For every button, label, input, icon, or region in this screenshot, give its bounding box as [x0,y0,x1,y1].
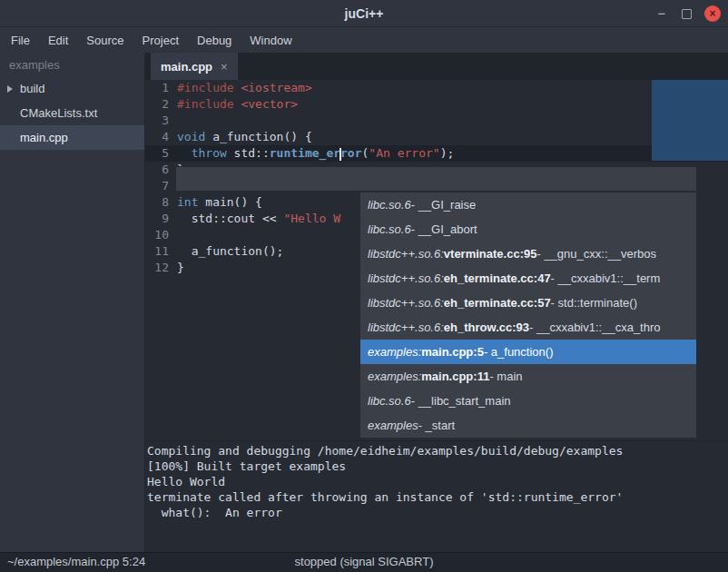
signature-tooltip [175,166,697,192]
file-explorer-sidebar: examples buildCMakeLists.txtmain.cpp [0,53,145,552]
line-number: 1 [145,80,177,96]
chevron-right-icon [7,85,13,93]
stack-frame-row[interactable]: examples - _start [360,413,696,438]
menu-item-debug[interactable]: Debug [188,31,241,50]
menu-item-file[interactable]: File [2,31,39,50]
juci-window: juCi++ − × FileEditSourceProjectDebugWin… [0,0,728,572]
line-number: 6 [145,162,177,178]
menubar: FileEditSourceProjectDebugWindow [0,27,728,53]
line-number: 11 [145,243,177,260]
restore-icon[interactable] [682,9,692,19]
tree-item-label: build [20,82,44,95]
tree-item-label: main.cpp [20,131,68,144]
menu-item-source[interactable]: Source [77,31,133,50]
doc-tooltip-panel [652,80,728,161]
line-number: 4 [145,129,177,145]
file-tree: buildCMakeLists.txtmain.cpp [0,76,144,150]
window-title: juCi++ [345,6,384,21]
stack-frame-row[interactable]: libc.so.6 - __GI_abort [360,217,696,242]
stack-frame-row[interactable]: libc.so.6 - __libc_start_main [360,389,696,413]
code-text: std::cout << "Hello W [177,211,340,227]
line-number: 8 [145,194,177,211]
tabbar: main.cpp × [145,53,728,80]
stack-trace-popup: libc.so.6 - __GI_raiselibc.so.6 - __GI_a… [359,192,697,439]
editor-pane: main.cpp × 1#include <iostream>2#include… [145,53,728,552]
tab-main-cpp[interactable]: main.cpp × [151,53,238,80]
code-line-4: 4void a_function() { [145,129,728,145]
code-line-2: 2#include <vector> [145,96,728,113]
stack-frame-row[interactable]: libstdc++.so.6:eh_throw.cc:93 - __cxxabi… [360,315,696,340]
line-number: 9 [145,211,177,227]
code-line-5: 5 throw std::runtime_error("An error"); [145,145,728,162]
code-line-1: 1#include <iostream> [145,80,728,96]
tab-label: main.cpp [161,60,212,74]
tree-item-cmakelists-txt[interactable]: CMakeLists.txt [0,101,144,125]
stack-frame-row[interactable]: examples:main.cpp:5 - a_function() [360,340,696,364]
line-number: 10 [145,227,177,243]
code-text: throw std::runtime_error("An error"); [177,145,454,162]
stack-frame-row[interactable]: libc.so.6 - __GI_raise [360,192,696,217]
stack-frame-row[interactable]: libstdc++.so.6:eh_terminate.cc:57 - std:… [360,291,696,315]
console-output[interactable]: Compiling and debugging /home/eidheim/ex… [145,440,728,552]
stack-frame-row[interactable]: libstdc++.so.6:eh_terminate.cc:47 - __cx… [360,266,696,291]
line-number: 12 [145,260,177,276]
status-debug-state: stopped (signal SIGABRT) [0,555,728,568]
project-root-label: examples [0,53,144,76]
titlebar: juCi++ − × [0,0,728,27]
code-text: } [177,260,184,276]
code-text: #include <iostream> [177,80,312,96]
stack-frame-row[interactable]: examples:main.cpp:11 - main [360,364,696,389]
code-text: int main() { [177,194,262,211]
stack-frame-row[interactable]: libstdc++.so.6:vterminate.cc:95 - __gnu_… [360,242,696,266]
console-line: terminate called after throwing an insta… [147,489,726,505]
main-area: examples buildCMakeLists.txtmain.cpp mai… [0,53,728,552]
console-line: [100%] Built target examples [147,459,726,474]
window-controls: − × [654,0,721,27]
menu-item-project[interactable]: Project [133,31,188,50]
statusbar: ~/examples/main.cpp 5:24 stopped (signal… [0,552,728,572]
code-line-3: 3 [145,113,728,129]
console-line: Compiling and debugging /home/eidheim/ex… [147,443,726,459]
code-text: a_function(); [177,243,283,260]
line-number: 2 [145,96,177,113]
code-text: #include <vector> [177,96,298,113]
menu-item-window[interactable]: Window [241,31,300,50]
minimize-icon[interactable]: − [654,6,669,21]
tree-item-label: CMakeLists.txt [20,106,97,120]
menu-item-edit[interactable]: Edit [39,31,77,50]
console-line: Hello World [147,474,726,489]
line-number: 7 [145,178,177,194]
tree-item-build[interactable]: build [0,76,144,101]
code-editor[interactable]: 1#include <iostream>2#include <vector>34… [145,80,728,440]
line-number: 3 [145,113,177,129]
console-line: what(): An error [147,505,726,520]
tree-item-main-cpp[interactable]: main.cpp [0,125,144,150]
code-text: void a_function() { [177,129,312,145]
close-icon[interactable]: × [704,5,721,22]
tab-close-icon[interactable]: × [221,60,228,74]
line-number: 5 [145,145,177,162]
